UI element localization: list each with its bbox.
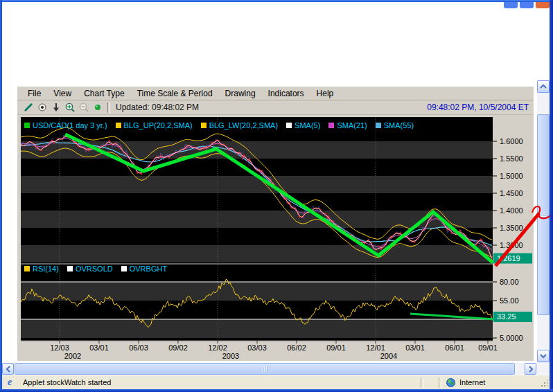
zoom-in-button[interactable] (64, 102, 76, 113)
horizontal-scrollbar-thumb[interactable] (15, 363, 515, 375)
horizontal-scrollbar[interactable] (2, 363, 537, 375)
date-tick-label: 03/01 (405, 344, 425, 352)
toolbar-separator (107, 103, 110, 113)
window-border-left (0, 0, 2, 392)
date-tick-label: 12/03 (50, 344, 69, 352)
internet-zone-label: Internet (459, 378, 485, 386)
axis-tick-label: 80.00 (500, 278, 519, 286)
date-tick-label: 06/02 (287, 344, 306, 352)
menu-item-view[interactable]: View (47, 87, 78, 100)
axis-tick-label: 55.00 (500, 296, 519, 305)
toolbar: Updated: 09:48:02 PM 09:48:02 PM, 10/5/2… (17, 100, 534, 115)
menu-bar: FileViewChart TypeTime Scale & PeriodDra… (17, 87, 534, 100)
browser-window: FileViewChart TypeTime Scale & PeriodDra… (0, 0, 553, 392)
date-tick-label: 12/01 (366, 344, 385, 352)
menu-item-drawing[interactable]: Drawing (219, 87, 262, 100)
date-tick-label: 09/01 (326, 344, 346, 352)
axis-tick-label: 1.5000 (500, 172, 523, 180)
axis-tick-label: 1.4500 (500, 189, 523, 197)
scroll-left-button[interactable] (2, 363, 14, 375)
scrollbar-corner (537, 363, 550, 375)
date-tick-label: 06/01 (445, 344, 464, 352)
axis-tick-label: 1.6000 (500, 137, 523, 145)
close-button[interactable] (536, 2, 550, 8)
ie-page-icon: e (8, 377, 19, 388)
status-bar: e Applet stockWatch started Internet (2, 375, 550, 390)
axis-tick-label: 1.5500 (500, 154, 523, 163)
window-resize-grip[interactable] (538, 379, 547, 388)
date-tick-label: 09/02 (168, 344, 188, 352)
arrow-down-tool-button[interactable] (50, 102, 62, 113)
date-tick-label: 12/02 (208, 344, 227, 352)
toolbar-timestamp: 09:48:02 PM, 10/5/2004 ET (427, 103, 529, 112)
axis-tick-label: 5.0000 (500, 334, 523, 342)
marker-tool-button[interactable] (91, 102, 103, 113)
internet-zone-globe-icon (446, 378, 455, 387)
chart-area[interactable]: 1.60001.55001.50001.45001.40001.35001.30… (17, 115, 534, 361)
scroll-down-button[interactable] (537, 350, 550, 362)
window-border-bottom (0, 389, 553, 392)
year-label: 2004 (380, 352, 397, 360)
axis-tick-label: 1.3500 (500, 224, 523, 232)
scroll-up-button[interactable] (537, 80, 550, 93)
draw-line-tool-button[interactable] (22, 102, 34, 113)
menu-item-file[interactable]: File (21, 87, 47, 100)
year-label: 2003 (222, 352, 239, 360)
thumb-grip (541, 212, 546, 218)
last-value-badge: 33.25 (497, 312, 516, 321)
thumb-grip (262, 366, 268, 372)
vertical-scrollbar[interactable] (537, 2, 550, 363)
axis-tick-label: 1.3000 (500, 241, 523, 249)
status-separator (439, 377, 441, 388)
scroll-right-button[interactable] (525, 363, 536, 375)
axis-tick-label: 1.4000 (500, 206, 523, 215)
select-point-tool-button[interactable] (36, 102, 48, 113)
date-tick-label: 03/03 (247, 344, 267, 352)
chart-canvas[interactable]: 1.60001.55001.50001.45001.40001.35001.30… (17, 115, 534, 361)
date-tick-label: 03/01 (89, 344, 109, 352)
menu-item-help[interactable]: Help (310, 87, 340, 100)
stockwatch-applet: FileViewChart TypeTime Scale & PeriodDra… (17, 87, 534, 361)
window-border-top (0, 0, 553, 2)
minimize-button[interactable] (504, 2, 518, 8)
maximize-button[interactable] (520, 2, 534, 8)
menu-item-chart-type[interactable]: Chart Type (78, 87, 130, 100)
year-label: 2002 (64, 352, 81, 360)
menu-item-indicators[interactable]: Indicators (262, 87, 310, 100)
status-message: Applet stockWatch started (23, 378, 111, 386)
date-tick-label: 06/03 (129, 344, 148, 352)
window-border-right (550, 0, 553, 392)
last-value-badge: 1.2619 (497, 254, 520, 262)
menu-item-time-scale-period[interactable]: Time Scale & Period (131, 87, 219, 100)
zoom-out-button[interactable] (78, 102, 89, 113)
updated-label: Updated: 09:48:02 PM (116, 103, 199, 112)
status-separator (421, 377, 423, 388)
date-tick-label: 09/01 (478, 344, 498, 352)
vertical-scrollbar-thumb[interactable] (537, 114, 550, 315)
